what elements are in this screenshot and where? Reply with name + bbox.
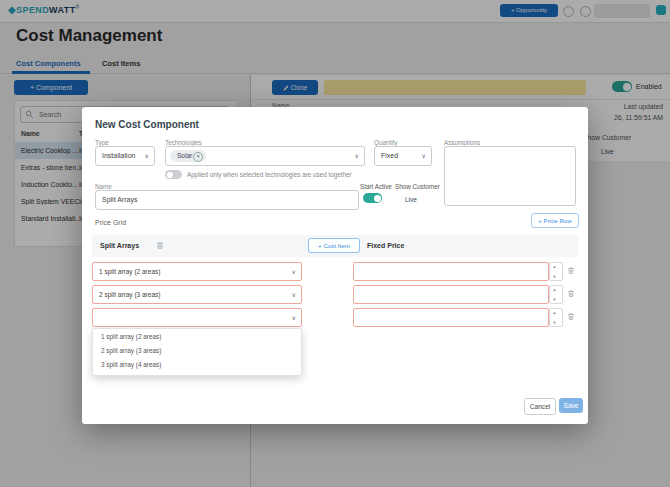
- price-grid-label: Price Grid: [95, 219, 126, 226]
- grid-item-select[interactable]: 1 split array (2 areas): [92, 262, 302, 281]
- quantity-value: Fixed: [381, 152, 398, 159]
- delete-row-icon[interactable]: [567, 289, 575, 298]
- price-stepper[interactable]: [549, 262, 563, 281]
- name-input[interactable]: Split Arrays: [95, 190, 359, 210]
- chevron-down-icon: [422, 152, 426, 159]
- grid-item-select[interactable]: 2 split array (3 areas): [92, 285, 302, 304]
- save-button[interactable]: Save: [559, 398, 583, 413]
- start-active-label: Start Active: [360, 183, 392, 190]
- new-cost-component-modal: New Cost Component Type Installation Tec…: [82, 107, 588, 424]
- technologies-label: Technologies: [165, 139, 202, 146]
- technology-tag: Solar ×: [170, 150, 206, 162]
- delete-row-icon[interactable]: [567, 266, 575, 275]
- name-value: Split Arrays: [102, 196, 137, 203]
- type-label: Type: [95, 139, 109, 146]
- add-price-row-button[interactable]: + Price Row: [531, 213, 579, 228]
- type-select[interactable]: Installation: [95, 146, 155, 166]
- name-label: Name: [95, 183, 112, 190]
- technology-tag-label: Solar: [177, 152, 192, 159]
- cancel-button[interactable]: Cancel: [524, 398, 556, 415]
- modal-title: New Cost Component: [95, 119, 199, 130]
- menu-option[interactable]: 3 split array (4 areas): [101, 361, 161, 368]
- fixed-price-input[interactable]: [353, 308, 549, 327]
- chevron-down-icon: [355, 152, 359, 159]
- grid-column2-header: Fixed Price: [367, 242, 404, 249]
- price-stepper[interactable]: [549, 285, 563, 304]
- select-options-menu: 1 split array (2 areas) 2 split array (3…: [92, 328, 302, 376]
- modal-show-customer-label: Show Customer: [395, 183, 440, 190]
- chevron-down-icon: [145, 152, 149, 159]
- type-value: Installation: [102, 152, 135, 159]
- technologies-multiselect[interactable]: Solar ×: [165, 146, 365, 166]
- grid-item-value: 1 split array (2 areas): [99, 268, 160, 275]
- grid-item-value: 2 split array (3 areas): [99, 291, 160, 298]
- start-active-toggle[interactable]: [363, 193, 382, 203]
- add-cost-item-button[interactable]: + Cost Item: [308, 238, 360, 253]
- menu-option[interactable]: 1 split array (2 areas): [101, 333, 161, 340]
- quantity-select[interactable]: Fixed: [374, 146, 432, 166]
- fixed-price-input[interactable]: [353, 285, 549, 304]
- chevron-down-icon: [292, 314, 296, 321]
- modal-show-customer-link[interactable]: Live: [405, 196, 417, 203]
- price-stepper[interactable]: [549, 308, 563, 327]
- chevron-down-icon: [292, 291, 296, 298]
- delete-row-icon[interactable]: [567, 312, 575, 321]
- delete-column-icon[interactable]: [156, 241, 164, 250]
- assumptions-label: Assumptions: [444, 139, 480, 146]
- assumptions-textarea[interactable]: [444, 146, 576, 206]
- applied-together-label: Applied only when selected technologies …: [187, 171, 352, 178]
- remove-tag-icon[interactable]: ×: [193, 152, 203, 162]
- chevron-down-icon: [292, 268, 296, 275]
- app-screen: ◆SPENDWATT® + Opportunity Cost Managemen…: [0, 0, 670, 487]
- quantity-label: Quantity: [374, 139, 397, 146]
- applied-together-toggle[interactable]: [165, 170, 182, 179]
- fixed-price-input[interactable]: [353, 262, 549, 281]
- grid-column1-header: Split Arrays: [100, 242, 139, 249]
- menu-option[interactable]: 2 split array (3 areas): [101, 347, 161, 354]
- grid-item-select-open[interactable]: [92, 308, 302, 327]
